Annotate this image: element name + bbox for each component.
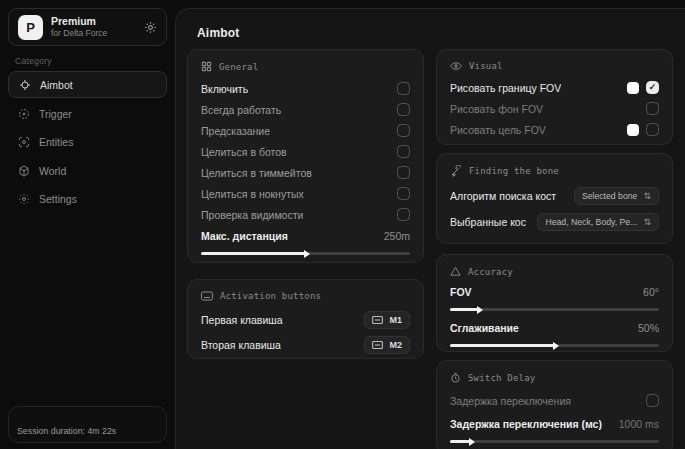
sidebar-item-label: Entities (39, 136, 73, 148)
bone-algorithm-dropdown[interactable]: Selected bone ⇅ (574, 187, 659, 205)
keybind-button-m2[interactable]: M2 (364, 336, 410, 354)
category-label: Category (15, 56, 52, 66)
checkbox[interactable] (646, 123, 659, 136)
keyboard-icon (201, 291, 213, 301)
toggle-label: Проверка видимости (201, 209, 303, 221)
dropdown-label: Выбранные кос (450, 216, 526, 228)
max-distance-slider[interactable] (201, 252, 410, 255)
slider-label: Макс. дистанция (201, 230, 288, 242)
session-duration: Session duration: 4m 22s (8, 406, 167, 443)
fov-slider[interactable] (450, 308, 659, 311)
brand-logo: P (18, 15, 43, 40)
triangle-icon (450, 266, 461, 277)
sidebar-item-entities[interactable]: Entities (8, 128, 167, 155)
sidebar-item-settings[interactable]: Settings (8, 185, 167, 212)
card-activation-buttons: Activation buttons Первая клавиша M1 (187, 279, 424, 359)
toggle-row: Всегда работать (201, 99, 410, 120)
toggle-row: Задержка переключения (450, 390, 659, 411)
checkbox[interactable] (646, 81, 659, 94)
visual-label: Рисовать границу FOV (450, 82, 561, 94)
crosshair-icon (19, 79, 31, 91)
slider-value: 250m (384, 230, 410, 242)
visual-row: Рисовать цель FOV (450, 119, 659, 140)
card-title: Finding the bone (469, 166, 559, 176)
brand-title: Premium (51, 15, 136, 28)
fov-slider-group: FOV 60° (450, 283, 659, 311)
toggle-label: Целиться в нокнутых (201, 188, 304, 200)
sidebar-item-label: Trigger (39, 108, 72, 120)
checkbox[interactable] (397, 145, 410, 158)
updown-icon: ⇅ (643, 192, 651, 201)
entities-icon (18, 136, 30, 148)
toggle-label: Всегда работать (201, 104, 281, 116)
settings-gear-icon[interactable] (144, 21, 157, 34)
dropdown-row: Алгоритм поиска кост Selected bone ⇅ (450, 183, 659, 209)
max-distance-slider-group: Макс. дистанция 250m (201, 227, 410, 255)
main-panel: Aimbot General Включить (175, 8, 685, 449)
color-swatch[interactable] (627, 124, 639, 136)
toggle-row: Предсказание (201, 120, 410, 141)
card-finding-the-bone: Finding the bone Алгоритм поиска кост Se… (436, 153, 673, 244)
sidebar-item-label: Aimbot (40, 79, 73, 91)
sidebar-item-aimbot[interactable]: Aimbot (8, 71, 167, 98)
toggle-label: Включить (201, 83, 248, 95)
sidebar-item-label: Settings (39, 193, 77, 205)
color-swatch[interactable] (627, 82, 639, 94)
session-duration-text: Session duration: 4m 22s (17, 426, 116, 436)
checkbox[interactable] (397, 103, 410, 116)
toggle-row: Проверка видимости (201, 204, 410, 225)
sidebar-item-label: World (39, 165, 66, 177)
visual-row: Рисовать границу FOV (450, 77, 659, 98)
gear-icon (18, 193, 30, 205)
slider-value: 1000 ms (619, 418, 659, 430)
smoothing-slider[interactable] (450, 344, 659, 347)
checkbox[interactable] (397, 166, 410, 179)
checkbox[interactable] (397, 187, 410, 200)
toggle-label: Задержка переключения (450, 395, 571, 407)
dropdown-label: Алгоритм поиска кост (450, 190, 556, 202)
keybind-button-m1[interactable]: M1 (364, 311, 410, 329)
card-title: Activation buttons (220, 291, 321, 301)
toggle-label: Целиться в ботов (201, 146, 287, 158)
brand-card: P Premium for Delta Force (8, 8, 167, 46)
card-switch-delay: Switch Delay Задержка переключения Задер… (436, 360, 673, 449)
keybind-label: Первая клавиша (201, 314, 283, 326)
grid-icon (201, 61, 212, 72)
slider-value: 50% (638, 322, 659, 334)
checkbox[interactable] (646, 394, 659, 407)
toggle-row: Целиться в ботов (201, 141, 410, 162)
keybind-value: M2 (389, 340, 402, 350)
dropdown-value: Selected bone (582, 191, 638, 201)
slider-label: Задержка переключения (мс) (450, 418, 602, 430)
trigger-icon (18, 108, 30, 120)
checkbox[interactable] (397, 208, 410, 221)
card-title: Visual (469, 61, 503, 71)
dropdown-value: Head, Neck, Body, Pe... (545, 217, 637, 227)
sidebar-item-trigger[interactable]: Trigger (8, 100, 167, 127)
eye-icon (450, 61, 462, 71)
card-title: Accuracy (468, 267, 513, 277)
visual-label: Рисовать фон FOV (450, 103, 543, 115)
updown-icon: ⇅ (643, 218, 651, 227)
card-general: General Включить Всегда работать Предска… (187, 49, 424, 263)
sidebar-item-world[interactable]: World (8, 157, 167, 184)
card-accuracy: Accuracy FOV 60° Сглаживание 50% (436, 254, 673, 352)
keybind-row: Первая клавиша M1 (201, 307, 410, 332)
brand-subtitle: for Delta Force (51, 28, 136, 39)
checkbox[interactable] (646, 102, 659, 115)
checkbox[interactable] (397, 124, 410, 137)
slider-label: FOV (450, 286, 472, 298)
toggle-row: Включить (201, 78, 410, 99)
card-visual: Visual Рисовать границу FOV Рисовать фон… (436, 49, 673, 145)
switch-delay-slider-group: Задержка переключения (мс) 1000 ms (450, 415, 659, 443)
card-title: General (219, 62, 258, 72)
toggle-row: Целиться в тиммейтов (201, 162, 410, 183)
slider-value: 60° (643, 286, 659, 298)
checkbox[interactable] (397, 82, 410, 95)
toggle-row: Целиться в нокнутых (201, 183, 410, 204)
dropdown-row: Выбранные кос Head, Neck, Body, Pe... ⇅ (450, 209, 659, 235)
keyboard-icon (372, 341, 383, 349)
selected-bones-dropdown[interactable]: Head, Neck, Body, Pe... ⇅ (537, 213, 659, 231)
keybind-row: Вторая клавиша M2 (201, 332, 410, 357)
switch-delay-slider[interactable] (450, 440, 659, 443)
